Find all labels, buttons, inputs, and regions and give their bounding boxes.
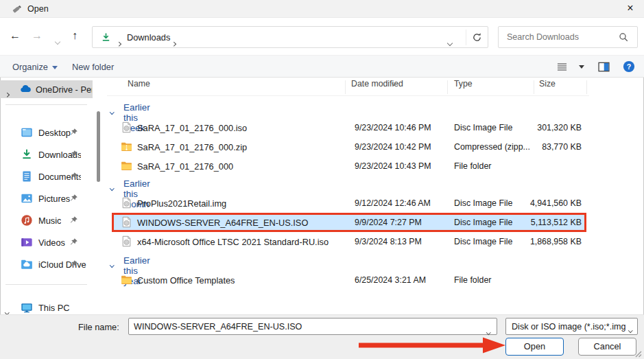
file-name-combobox[interactable]	[128, 318, 497, 335]
file-name: SaRA_17_01_2176_000	[137, 161, 233, 172]
sort-indicator-icon	[392, 75, 396, 87]
file-row-selected[interactable]: WINDOWS-SERVER_A64FRE_EN-US.ISO 9/9/2024…	[107, 213, 589, 232]
zip-folder-icon	[121, 141, 132, 152]
collapse-chevron-icon[interactable]	[110, 258, 114, 268]
view-dropdown-icon[interactable]	[579, 65, 584, 69]
file-name: SaRA_17_01_2176_000.iso	[137, 123, 247, 133]
onedrive-cloud-icon	[19, 83, 32, 95]
file-type-value: Disk or ISO image (*.iso;*.img;*	[512, 322, 625, 332]
pin-icon	[69, 194, 78, 202]
folder-icon	[121, 274, 132, 286]
view-list-icon[interactable]	[557, 62, 567, 72]
videos-icon	[21, 236, 33, 248]
file-name: SaRA_17_01_2176_000.zip	[137, 142, 247, 152]
file-row[interactable]: SaRA_17_01_2176_000.zip 9/23/2024 10:42 …	[107, 137, 589, 157]
file-name: WINDOWS-SERVER_A64FRE_EN-US.ISO	[137, 218, 308, 228]
address-bar[interactable]: Downloads	[92, 26, 488, 48]
forward-button[interactable]: →	[32, 29, 43, 43]
title-bar: Open ×	[0, 0, 644, 18]
file-type-select[interactable]: Disk or ISO image (*.iso;*.img;*	[505, 318, 638, 335]
sidebar-item-label: Music	[38, 216, 61, 226]
sidebar-item-label: Pictures	[38, 194, 70, 204]
resize-grip[interactable]	[634, 350, 642, 358]
disc-image-icon	[121, 197, 132, 209]
sidebar-item-downloads[interactable]: Downloads	[0, 143, 93, 165]
pin-icon	[69, 259, 78, 268]
file-size: 301,320 KB	[508, 123, 582, 132]
file-row[interactable]: ProPlus2021Retail.img 9/12/2024 12:46 AM…	[107, 194, 589, 213]
file-type: Disc Image File	[454, 218, 512, 227]
column-divider[interactable]	[345, 80, 346, 94]
sidebar-scrollbar[interactable]	[97, 111, 100, 182]
address-dropdown-chevron-icon[interactable]	[448, 36, 452, 48]
collapse-chevron-icon[interactable]	[110, 181, 114, 192]
breadcrumb-location[interactable]: Downloads	[127, 32, 170, 43]
recent-locations-chevron-icon[interactable]	[56, 34, 60, 47]
sidebar-item-videos[interactable]: Videos	[0, 231, 93, 253]
file-type: File folder	[454, 275, 491, 285]
icloud-drive-icon	[21, 258, 33, 270]
file-date: 6/25/2024 3:21 AM	[355, 275, 426, 285]
column-divider[interactable]	[586, 80, 587, 94]
dialog-footer: File name: Disk or ISO image (*.iso;*.im…	[0, 314, 644, 359]
documents-icon	[21, 170, 33, 183]
file-size: 83,770 KB	[508, 142, 582, 152]
file-name: x64-Microsoft Office LTSC 2021 Standard-…	[137, 237, 329, 247]
file-date: 9/23/2024 10:43 PM	[355, 161, 431, 171]
sidebar-item-pictures[interactable]: Pictures	[0, 187, 93, 209]
select-chevron-icon[interactable]	[629, 324, 632, 334]
file-size: 1,868,958 KB	[508, 237, 582, 246]
new-folder-button[interactable]: New folder	[72, 62, 114, 72]
pin-icon	[69, 172, 78, 181]
file-date: 9/23/2024 10:46 PM	[355, 123, 431, 132]
window-title: Open	[27, 4, 49, 14]
divider	[5, 284, 87, 285]
file-name: Custom Office Templates	[137, 275, 235, 286]
column-header-type[interactable]: Type	[454, 79, 473, 89]
cancel-button[interactable]: Cancel	[578, 338, 636, 356]
file-type: Disc Image File	[454, 237, 512, 246]
close-button[interactable]: ×	[619, 0, 641, 17]
search-icon[interactable]	[619, 32, 629, 43]
disc-image-icon	[121, 121, 132, 133]
file-name-input[interactable]	[134, 321, 477, 332]
collapse-chevron-icon[interactable]	[110, 105, 114, 115]
help-icon[interactable]	[623, 60, 635, 73]
column-divider[interactable]	[447, 80, 448, 94]
downloads-icon	[21, 148, 33, 161]
sidebar-item-onedrive[interactable]: OneDrive - Pers	[0, 80, 93, 98]
sidebar-item-label: Videos	[38, 238, 65, 248]
back-button[interactable]: ←	[10, 29, 21, 43]
up-button[interactable]: ↑	[72, 29, 77, 43]
file-row[interactable]: Custom Office Templates 6/25/2024 3:21 A…	[107, 270, 589, 290]
file-name: ProPlus2021Retail.img	[137, 198, 226, 209]
pictures-icon	[21, 192, 33, 205]
sidebar-item-music[interactable]: Music	[0, 209, 93, 231]
breadcrumb-chevron-icon[interactable]	[172, 36, 176, 48]
sidebar-item-documents[interactable]: Documents	[0, 165, 93, 187]
expand-chevron-icon[interactable]	[5, 86, 9, 99]
open-button[interactable]: Open	[505, 338, 564, 356]
divider	[107, 95, 589, 96]
breadcrumb-chevron-icon[interactable]	[117, 36, 121, 48]
search-box[interactable]	[498, 26, 638, 48]
organize-button[interactable]: Organize	[12, 62, 58, 72]
column-header-size[interactable]: Size	[539, 79, 556, 89]
this-pc-icon	[21, 301, 33, 314]
file-row[interactable]: SaRA_17_01_2176_000 9/23/2024 10:43 PM F…	[107, 157, 589, 176]
downloads-folder-icon	[101, 32, 111, 43]
column-header-name[interactable]: Name	[128, 79, 150, 89]
refresh-icon[interactable]	[472, 32, 482, 43]
sidebar-item-desktop[interactable]: Desktop	[0, 121, 93, 143]
file-row[interactable]: SaRA_17_01_2176_000.iso 9/23/2024 10:46 …	[107, 118, 589, 137]
combo-chevron-icon[interactable]	[487, 324, 490, 336]
file-row[interactable]: x64-Microsoft Office LTSC 2021 Standard-…	[107, 232, 589, 251]
organize-dropdown-icon	[52, 66, 58, 69]
search-input[interactable]	[507, 30, 617, 44]
file-date: 9/12/2024 12:46 AM	[355, 198, 431, 208]
column-divider[interactable]	[534, 80, 534, 94]
preview-pane-icon[interactable]	[598, 61, 610, 73]
sidebar-item-label: Desktop	[38, 128, 71, 138]
file-date: 9/23/2024 10:42 PM	[355, 142, 431, 152]
sidebar-item-icloud-drive[interactable]: iCloud Drive	[0, 253, 93, 275]
